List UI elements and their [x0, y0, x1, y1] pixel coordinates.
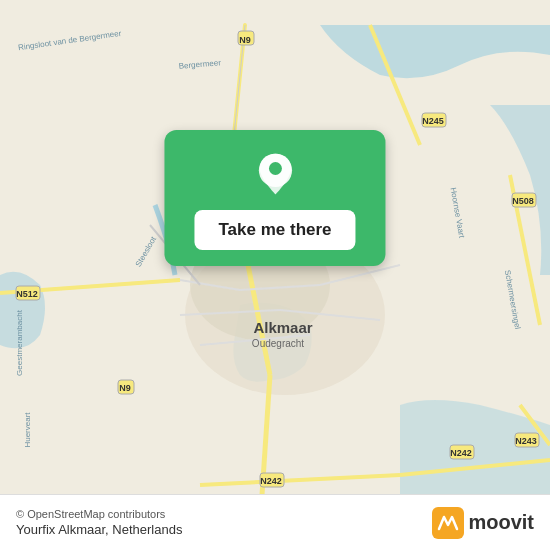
svg-text:Alkmaar: Alkmaar [253, 319, 312, 336]
map-background: N9 N245 N508 N512 N242 N242 N243 N9 Ring… [0, 0, 550, 550]
svg-text:Huerveart: Huerveart [23, 412, 32, 448]
moovit-text: moovit [468, 511, 534, 534]
svg-text:N9: N9 [119, 383, 131, 393]
map-container: N9 N245 N508 N512 N242 N242 N243 N9 Ring… [0, 0, 550, 550]
attribution-text: © OpenStreetMap contributors [16, 508, 182, 520]
location-label: Yourfix Alkmaar, Netherlands [16, 522, 182, 537]
take-me-there-button[interactable]: Take me there [194, 210, 355, 250]
svg-text:N242: N242 [260, 476, 282, 486]
svg-text:N9: N9 [239, 35, 251, 45]
svg-text:N243: N243 [515, 436, 537, 446]
svg-text:N245: N245 [422, 116, 444, 126]
svg-text:N512: N512 [16, 289, 38, 299]
svg-text:N242: N242 [450, 448, 472, 458]
moovit-icon [432, 507, 464, 539]
svg-point-46 [269, 162, 282, 175]
svg-text:N508: N508 [512, 196, 534, 206]
location-card: Take me there [164, 130, 385, 266]
pin-icon [251, 150, 299, 198]
moovit-logo: moovit [432, 507, 534, 539]
bottom-bar: © OpenStreetMap contributors Yourfix Alk… [0, 494, 550, 550]
svg-text:Geestmerambacht: Geestmerambacht [15, 309, 24, 376]
svg-text:Oudegracht: Oudegracht [252, 338, 304, 349]
